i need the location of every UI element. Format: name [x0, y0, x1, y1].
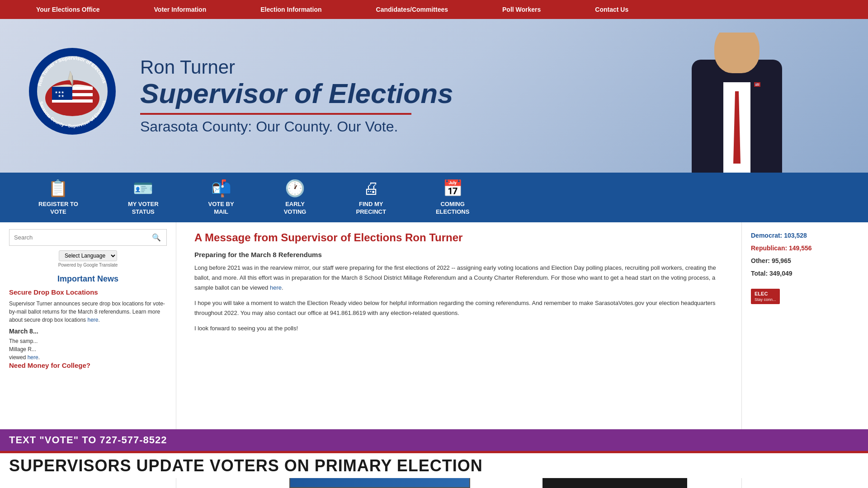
quick-link-vote-by-mail[interactable]: 📬 VOTE BYMAIL [184, 179, 259, 216]
nav-voter-info[interactable]: Voter Information [127, 6, 234, 13]
reg-republican: Republican: 149,556 [751, 242, 859, 254]
news-text-dropbox: Supervisor Turner announces secure drop … [9, 300, 167, 324]
article-body-1: Long before 2021 was in the rearview mir… [194, 263, 723, 293]
nav-poll-workers[interactable]: Poll Workers [475, 6, 568, 13]
reg-total: Total: 349,049 [751, 267, 859, 280]
search-button[interactable]: 🔍 [146, 230, 166, 245]
top-nav: Your Elections Office Voter Information … [0, 0, 868, 19]
breaking-ticker-text: TEXT "VOTE" TO 727-577-8522 [9, 434, 167, 446]
quick-links-bar: 📋 REGISTER TOVOTE 🪪 MY VOTERSTATUS 📬 VOT… [0, 173, 868, 222]
voter-status-label: MY VOTERSTATUS [128, 201, 159, 216]
search-input[interactable] [9, 230, 146, 245]
news-link-college[interactable]: Need Money for College? [9, 361, 90, 369]
important-news-heading: Important News [9, 274, 167, 284]
reg-other: Other: 95,965 [751, 254, 859, 267]
voter-status-icon: 🪪 [133, 179, 153, 198]
elections-icon: 📅 [443, 179, 463, 198]
march-text: The samp...Millage R...viewed here. [9, 337, 167, 361]
breaking-news-bar: TEXT "VOTE" TO 727-577-8522 SUPERVISORS … [0, 429, 868, 488]
quick-link-register[interactable]: 📋 REGISTER TOVOTE [14, 179, 103, 216]
nav-candidates[interactable]: Candidates/Committees [349, 6, 475, 13]
quick-link-early-voting[interactable]: 🕐 EARLYVOTING [259, 179, 331, 216]
svg-text:★★: ★★ [58, 94, 64, 98]
vote-mail-icon: 📬 [211, 179, 231, 198]
breaking-headline-text: SUPERVISORS UPDATE VOTERS ON PRIMARY ELE… [9, 456, 483, 475]
main-content: 🔍 Select Language Powered by Google Tran… [0, 222, 868, 488]
early-voting-icon: 🕐 [285, 179, 305, 198]
article-body-3: I look forward to seeing you at the poll… [194, 324, 723, 333]
precinct-label: FIND MYPRECINCT [356, 201, 386, 216]
elec-badge: ELECStay conn... [751, 289, 780, 304]
article-subtitle: Preparing for the March 8 Referendums [194, 251, 723, 258]
breaking-ticker: TEXT "VOTE" TO 727-577-8522 [0, 429, 868, 451]
breaking-headline-bar: SUPERVISORS UPDATE VOTERS ON PRIMARY ELE… [0, 451, 868, 478]
early-voting-label: EARLYVOTING [284, 201, 307, 216]
translate-powered: Powered by Google Translate [58, 263, 118, 267]
elections-label: COMINGELECTIONS [436, 201, 469, 216]
header-divider [140, 113, 411, 115]
vote-mail-label: VOTE BYMAIL [208, 201, 234, 216]
news-link-here[interactable]: here [87, 317, 98, 323]
march-heading: March 8... [9, 328, 167, 335]
svg-rect-8 [52, 106, 93, 109]
quick-link-voter-status[interactable]: 🪪 MY VOTERSTATUS [103, 179, 184, 216]
article-title: A Message from Supervisor of Elections R… [194, 231, 723, 244]
registration-stats: Democrat: 103,528 Republican: 149,556 Ot… [751, 229, 859, 280]
nav-election-info[interactable]: Election Information [233, 6, 349, 13]
register-icon: 📋 [48, 179, 68, 198]
language-select[interactable]: Select Language [59, 250, 117, 261]
search-container: 🔍 [9, 229, 167, 246]
translate-bar: Select Language Powered by Google Transl… [9, 250, 167, 267]
official-photo: 🇺🇸 [674, 33, 800, 173]
news-link-dropbox[interactable]: Secure Drop Box Locations [9, 288, 167, 296]
quick-link-find-precinct[interactable]: 🖨 FIND MYPRECINCT [331, 179, 410, 216]
march-link-here[interactable]: here [28, 354, 38, 361]
nav-contact[interactable]: Contact Us [568, 6, 656, 13]
register-label: REGISTER TOVOTE [38, 201, 78, 216]
site-logo: ★★★ ★★ Ron Turner • Supervisor of Electi… [27, 46, 127, 145]
nav-elections-office[interactable]: Your Elections Office [9, 6, 127, 13]
reg-democrat: Democrat: 103,528 [751, 229, 859, 242]
article-here-link[interactable]: here [270, 284, 282, 291]
article-body-2: I hope you will take a moment to watch t… [194, 298, 723, 318]
precinct-icon: 🖨 [363, 179, 379, 198]
svg-rect-7 [52, 99, 93, 103]
header-banner: ★★★ ★★ Ron Turner • Supervisor of Electi… [0, 19, 868, 173]
quick-link-coming-elections[interactable]: 📅 COMINGELECTIONS [411, 179, 494, 216]
